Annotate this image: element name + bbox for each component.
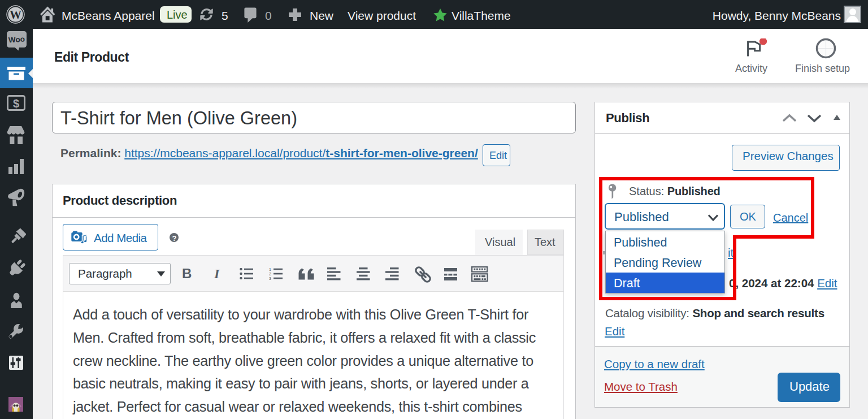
svg-text:2: 2 bbox=[269, 272, 271, 276]
svg-text:$: $ bbox=[13, 97, 19, 110]
svg-text:3: 3 bbox=[269, 277, 271, 280]
svg-text:W: W bbox=[10, 8, 21, 21]
svg-text:Woo: Woo bbox=[8, 35, 25, 45]
svg-text:1: 1 bbox=[269, 267, 271, 271]
